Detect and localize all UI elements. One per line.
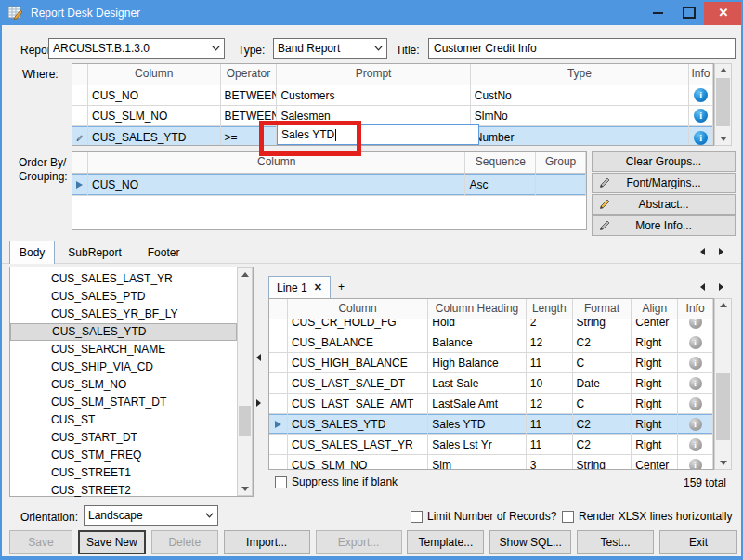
info-icon[interactable]: i <box>689 319 702 329</box>
action-button-import---[interactable]: Import... <box>224 530 310 554</box>
list-item[interactable]: CUS_STREET1 <box>10 464 237 482</box>
list-item[interactable]: CUS_START_DT <box>10 429 237 447</box>
list-item[interactable]: CUS_STREET2 <box>10 482 237 500</box>
line-row[interactable]: CUS_BALANCEBalance12C2Righti <box>269 332 713 353</box>
tab-line-1[interactable]: Line 1 ✕ <box>268 276 331 298</box>
row-marker-cell <box>72 174 88 195</box>
line-row[interactable]: CUS_SALES_YTDSales YTD11C2Righti <box>269 414 713 435</box>
list-item[interactable]: CUS_SALES_YR_BF_LY <box>10 306 237 323</box>
info-icon[interactable]: i <box>689 438 702 451</box>
order-column-cell: CUS_NO <box>88 174 465 195</box>
list-item[interactable]: CUS_SALES_YTD <box>10 323 237 341</box>
action-button-template---[interactable]: Template... <box>407 530 484 554</box>
suppress-line-checkbox[interactable] <box>275 476 287 488</box>
line-grid-scrollbar[interactable] <box>714 298 732 470</box>
tab-footer[interactable]: Footer <box>135 241 193 264</box>
info-icon[interactable]: i <box>694 131 708 145</box>
maximize-button[interactable] <box>672 0 706 25</box>
title-input[interactable]: Customer Credit Info <box>428 38 736 59</box>
action-button-test---[interactable]: Test... <box>577 530 654 554</box>
where-grid-scrollbar[interactable] <box>714 63 732 146</box>
row-marker-cell <box>269 435 288 454</box>
info-icon[interactable]: i <box>689 336 702 349</box>
line-row[interactable]: CUS_LAST_SALE_AMTLastSale Amt12CRighti <box>269 394 713 414</box>
where-type-cell: Number <box>471 126 689 146</box>
render-xlsx-option[interactable]: Render XLSX lines horizontally <box>562 510 732 523</box>
close-tab-icon[interactable]: ✕ <box>314 281 322 293</box>
info-icon[interactable]: i <box>689 397 702 410</box>
list-item[interactable]: CUS_SLM_NO <box>10 376 237 394</box>
line-row[interactable]: CUS_HIGH_BALANCEHigh Balance11CRighti <box>269 353 713 373</box>
line-row[interactable]: CUS_LAST_SALE_DTLast Sale10DateRighti <box>269 373 713 394</box>
where-row[interactable]: CUS_SLM_NOBETWEENSalesmenSlmNoi <box>72 106 713 126</box>
splitter-expand-icon[interactable] <box>256 399 261 407</box>
scroll-up-icon[interactable] <box>715 64 731 76</box>
pencil-icon <box>599 198 611 213</box>
line-heading-cell: Sales Lst Yr <box>428 435 527 454</box>
tab-body[interactable]: Body <box>9 241 55 264</box>
report-select[interactable]: ARCUSLST.B.1.3.0 <box>48 38 225 59</box>
tab-scroll-right-icon[interactable] <box>719 248 723 255</box>
scrollbar-thumb[interactable] <box>239 406 251 436</box>
suppress-line-option[interactable]: Suppress line if blank <box>275 475 398 488</box>
where-prompt-cell: Customers <box>277 85 470 105</box>
info-icon[interactable]: i <box>694 109 708 123</box>
line-format-cell: String <box>573 455 632 470</box>
close-button[interactable]: ✕ <box>704 0 743 25</box>
minimize-button[interactable] <box>641 0 674 25</box>
scroll-down-icon[interactable] <box>715 457 731 469</box>
tab-scroll-left-icon[interactable] <box>700 248 705 255</box>
scrollbar-thumb[interactable] <box>716 373 730 440</box>
line-align-cell: Center <box>632 455 678 470</box>
where-label: Where: <box>22 68 59 81</box>
line-row[interactable]: CUS_SALES_LAST_YRSales Lst Yr11C2Righti <box>269 435 713 455</box>
info-icon[interactable]: i <box>689 357 702 370</box>
list-item[interactable]: CUS_STM_FREQ <box>10 447 237 464</box>
info-icon[interactable]: i <box>694 88 708 102</box>
info-icon[interactable]: i <box>689 418 702 431</box>
scroll-down-icon[interactable] <box>715 133 731 145</box>
line-row[interactable]: CUS_CR_HOLD_FGHold2StringCenteri <box>269 319 713 332</box>
action-button-show-sql---[interactable]: Show SQL... <box>489 530 571 554</box>
pencil-icon <box>599 198 611 210</box>
line-tab-scroll-right-icon[interactable] <box>719 283 723 291</box>
render-xlsx-checkbox[interactable] <box>562 511 574 523</box>
add-line-tab[interactable]: + <box>331 276 352 298</box>
where-row[interactable]: CUS_NOBETWEENCustomersCustNoi <box>72 85 713 106</box>
list-item[interactable]: CUS_ST <box>10 411 237 429</box>
list-item[interactable]: CUS_SLM_START_DT <box>10 394 237 411</box>
field-list-scrollbar[interactable] <box>237 267 253 496</box>
splitter-collapse-icon[interactable] <box>256 354 261 361</box>
scroll-up-icon[interactable] <box>238 268 252 280</box>
scroll-up-icon[interactable] <box>715 299 731 311</box>
order-by-row[interactable]: CUS_NOAsc <box>72 174 586 196</box>
limit-records-checkbox[interactable] <box>411 511 423 523</box>
side-button-clear-groups---[interactable]: Clear Groups... <box>592 151 736 172</box>
line-tab-strip: Line 1 ✕ + <box>268 276 352 298</box>
limit-records-option[interactable]: Limit Number of Records? <box>411 510 556 523</box>
scroll-down-icon[interactable] <box>238 483 252 495</box>
side-button-abstract---[interactable]: Abstract... <box>592 194 736 215</box>
action-button-exit[interactable]: Exit <box>659 530 737 554</box>
line-tab-scroll-left-icon[interactable] <box>700 283 705 291</box>
line-grid-header: ColumnColumn HeadingLengthFormatAlignInf… <box>269 299 713 319</box>
list-item[interactable]: CUS_SALES_LAST_YR <box>10 270 237 288</box>
type-select[interactable]: Band Report <box>273 38 387 59</box>
column-header: Prompt <box>277 64 470 85</box>
scrollbar-thumb[interactable] <box>716 78 730 126</box>
orientation-select[interactable]: Landscape <box>84 505 218 526</box>
list-item[interactable]: CUS_SALES_PTD <box>10 288 237 306</box>
list-item[interactable]: CUS_SEARCH_NAME <box>10 341 237 358</box>
titlebar[interactable]: Report Desk Designer ✕ <box>0 0 743 25</box>
side-button-font-margins---[interactable]: Font/Margins... <box>592 173 736 193</box>
info-icon[interactable]: i <box>689 377 702 390</box>
field-list[interactable]: CUS_SALES_LAST_YRCUS_SALES_PTDCUS_SALES_… <box>9 267 254 497</box>
list-item[interactable]: CUS_SHIP_VIA_CD <box>10 358 237 376</box>
action-button-label: Delete <box>168 536 201 549</box>
line-row[interactable]: CUS_SLM_NOSlm3StringCenteri <box>269 455 713 470</box>
side-button-more-info---[interactable]: More Info... <box>592 215 736 236</box>
action-button-save-new[interactable]: Save New <box>78 530 146 554</box>
info-icon[interactable]: i <box>689 459 702 471</box>
close-icon: ✕ <box>719 6 729 20</box>
tab-subreport[interactable]: SubReport <box>55 241 134 264</box>
